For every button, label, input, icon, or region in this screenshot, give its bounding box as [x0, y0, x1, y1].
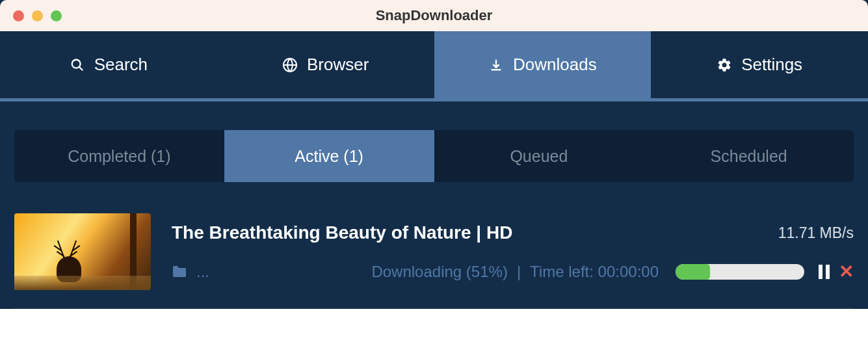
app-window: SnapDownloader Search Browser Downloads … — [0, 0, 868, 309]
nav-settings-label: Settings — [741, 55, 802, 75]
separator: | — [517, 263, 521, 281]
download-title: The Breathtaking Beauty of Nature | HD — [172, 222, 512, 243]
download-status: Downloading (51%) | Time left: 00:00:00 — [371, 263, 659, 281]
minimize-window-button[interactable] — [32, 10, 43, 21]
search-icon — [70, 57, 85, 73]
close-icon: ✕ — [839, 261, 854, 282]
nav-downloads-label: Downloads — [513, 55, 597, 75]
download-icon — [488, 57, 504, 73]
maximize-window-button[interactable] — [51, 10, 62, 21]
svg-point-0 — [72, 59, 80, 68]
tab-active[interactable]: Active (1) — [224, 130, 434, 182]
nav-browser[interactable]: Browser — [217, 31, 434, 98]
tab-queued[interactable]: Queued — [434, 130, 644, 182]
folder-icon — [172, 265, 187, 278]
cancel-button[interactable]: ✕ — [839, 263, 854, 281]
nav-downloads[interactable]: Downloads — [434, 31, 651, 98]
download-item: The Breathtaking Beauty of Nature | HD 1… — [14, 182, 854, 309]
tab-completed-label: Completed (1) — [68, 147, 170, 166]
download-actions: ✕ — [819, 263, 854, 281]
pause-button[interactable] — [819, 265, 830, 279]
close-window-button[interactable] — [13, 10, 24, 21]
download-speed: 11.71 MB/s — [778, 224, 854, 242]
download-thumbnail[interactable] — [14, 213, 151, 290]
download-info: The Breathtaking Beauty of Nature | HD 1… — [151, 222, 854, 281]
progress-fill — [676, 264, 710, 280]
tab-active-label: Active (1) — [295, 147, 363, 166]
status-time-left: Time left: 00:00:00 — [530, 263, 659, 281]
progress-bar — [676, 264, 804, 280]
svg-line-1 — [79, 67, 83, 70]
tab-completed[interactable]: Completed (1) — [14, 130, 224, 182]
nav-search-label: Search — [94, 55, 148, 75]
nav-browser-label: Browser — [307, 55, 369, 75]
tab-scheduled[interactable]: Scheduled — [644, 130, 854, 182]
main-nav: Search Browser Downloads Settings — [0, 31, 868, 101]
download-sub-tabs: Completed (1) Active (1) Queued Schedule… — [14, 130, 854, 182]
gear-icon — [717, 57, 732, 73]
tab-queued-label: Queued — [510, 147, 568, 166]
globe-icon — [282, 57, 298, 73]
window-controls — [0, 10, 62, 21]
tab-scheduled-label: Scheduled — [711, 147, 787, 166]
nav-search[interactable]: Search — [0, 31, 217, 98]
pause-icon — [826, 265, 830, 279]
status-downloading: Downloading (51%) — [371, 263, 507, 281]
app-title: SnapDownloader — [376, 7, 493, 24]
titlebar: SnapDownloader — [0, 0, 868, 31]
nav-settings[interactable]: Settings — [651, 31, 868, 98]
pause-icon — [819, 265, 822, 279]
open-folder-button[interactable]: ... — [172, 263, 209, 281]
content-area: Completed (1) Active (1) Queued Schedule… — [0, 101, 868, 309]
folder-path: ... — [196, 263, 209, 281]
